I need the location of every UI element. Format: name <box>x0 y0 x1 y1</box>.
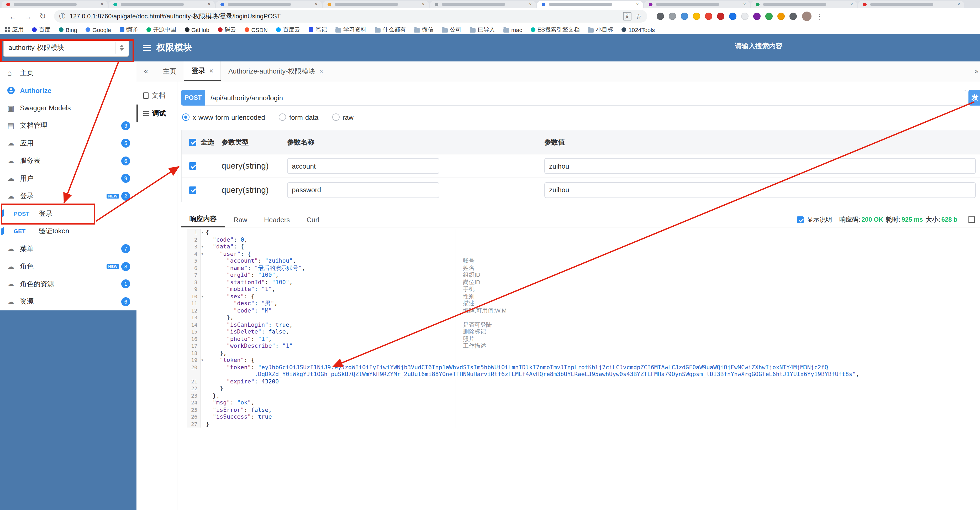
bookmark-item[interactable]: 1024Tools <box>622 27 655 33</box>
bookmark-item[interactable]: 百度云 <box>276 26 300 33</box>
sidebar-item-服务表[interactable]: ☁服务表6 <box>0 152 137 170</box>
bookmark-item[interactable]: 学习资料 <box>336 26 366 33</box>
url-text[interactable]: 127.0.0.1:8760/api/gate/doc.html#/author… <box>70 12 623 21</box>
body-type-option[interactable]: x-www-form-urlencoded <box>182 113 265 121</box>
view-tab-debug[interactable]: 调试 <box>137 105 177 123</box>
hamburger-icon[interactable] <box>143 45 151 46</box>
browser-tab[interactable]: × <box>537 1 643 8</box>
api-item-post[interactable]: POST登录 <box>0 205 137 222</box>
sidebar-item-应用[interactable]: ☁应用5 <box>0 134 137 152</box>
sidebar-item-资源[interactable]: ☁资源6 <box>0 293 137 311</box>
extension-icon[interactable] <box>765 13 772 20</box>
response-tab[interactable]: Raw <box>225 212 256 228</box>
bookmark-item[interactable]: GitHub <box>185 27 210 33</box>
body-type-option[interactable]: raw <box>332 113 353 121</box>
fold-icon[interactable]: ▾ <box>201 230 204 236</box>
tab-close-icon[interactable]: × <box>315 2 318 7</box>
bookmark-item[interactable]: 什么都有 <box>375 26 406 33</box>
bookmark-item[interactable]: 应用 <box>5 26 24 33</box>
extension-icon[interactable] <box>705 13 712 20</box>
row-checkbox[interactable] <box>189 186 196 194</box>
view-tab-doc[interactable]: 文档 <box>137 87 177 105</box>
bookmark-item[interactable]: 小目标 <box>588 26 613 33</box>
browser-menu-icon[interactable]: ⋮ <box>816 12 823 21</box>
bookmark-item[interactable]: CSDN <box>245 27 268 33</box>
bookmark-item[interactable]: 公司 <box>442 26 461 33</box>
extension-icon[interactable] <box>741 13 748 20</box>
browser-tab[interactable]: × <box>644 1 750 8</box>
collapse-tabs-icon[interactable]: « <box>137 61 155 81</box>
bookmark-item[interactable]: 开源中国 <box>146 26 176 33</box>
tab-close-icon[interactable]: × <box>210 67 213 74</box>
tab-close-icon[interactable]: × <box>743 2 746 7</box>
bookmark-item[interactable]: Google <box>86 27 111 33</box>
response-tab[interactable]: Headers <box>256 212 298 228</box>
browser-tab[interactable]: × <box>858 1 964 8</box>
sidebar-item-登录[interactable]: ☁登录NEW2 <box>0 187 137 205</box>
page-info-icon[interactable]: ⓘ <box>59 12 65 21</box>
response-tab[interactable]: 响应内容 <box>181 212 225 228</box>
extension-icon[interactable] <box>656 13 664 20</box>
sidebar-item-角色的资源[interactable]: ☁角色的资源1 <box>0 275 137 293</box>
browser-tab[interactable]: × <box>323 1 429 8</box>
body-type-option[interactable]: form-data <box>279 113 318 121</box>
radio-button[interactable] <box>279 113 286 121</box>
extension-icon[interactable] <box>729 13 736 20</box>
bookmark-item[interactable]: 百度 <box>32 26 50 33</box>
tab-close-icon[interactable]: × <box>422 2 425 7</box>
browser-tab[interactable]: × <box>109 1 215 8</box>
radio-button[interactable] <box>332 113 339 121</box>
browser-tab[interactable]: × <box>216 1 322 8</box>
show-description-toggle[interactable]: 显示说明 <box>797 215 832 224</box>
bookmark-item[interactable]: ES搜索引擎文档 <box>530 26 579 33</box>
show-description-checkbox[interactable] <box>797 216 804 223</box>
param-name-input[interactable] <box>287 158 439 174</box>
extension-icon[interactable] <box>668 13 676 20</box>
tab-close-icon[interactable]: × <box>529 2 532 7</box>
extension-icon[interactable] <box>717 13 724 20</box>
select-all-checkbox[interactable] <box>189 139 196 146</box>
browser-tab[interactable]: × <box>2 1 108 8</box>
sidebar-item-主页[interactable]: ⌂主页 <box>0 64 137 82</box>
translate-icon[interactable]: 文 <box>623 12 632 21</box>
fold-icon[interactable]: ▾ <box>201 293 204 300</box>
content-tab[interactable]: Authorize-authority-权限模块× <box>221 61 331 81</box>
expand-icon[interactable] <box>969 217 975 223</box>
profile-avatar[interactable] <box>802 11 811 21</box>
sidebar-item-Authorize[interactable]: Authorize <box>0 82 137 99</box>
response-tab[interactable]: Curl <box>298 212 328 228</box>
reload-icon[interactable]: ↻ <box>39 11 46 21</box>
extension-icon[interactable] <box>789 13 797 20</box>
bookmark-item[interactable]: 笔记 <box>309 26 327 33</box>
bookmark-item[interactable]: Bing <box>59 27 77 33</box>
address-bar[interactable]: ⓘ 127.0.0.1:8760/api/gate/doc.html#/auth… <box>54 10 647 22</box>
param-value-input[interactable] <box>544 158 976 174</box>
sidebar-item-角色[interactable]: ☁角色NEW8 <box>0 258 137 275</box>
browser-tab[interactable]: × <box>751 1 857 8</box>
bookmark-item[interactable]: 翻译 <box>119 26 138 33</box>
extension-icon[interactable] <box>777 13 784 20</box>
fold-icon[interactable]: ▾ <box>201 357 204 363</box>
param-value-input[interactable] <box>544 182 976 198</box>
group-select[interactable]: authority-权限模块 <box>3 39 129 57</box>
row-checkbox[interactable] <box>189 162 196 170</box>
bookmark-star-icon[interactable]: ☆ <box>636 12 642 20</box>
extension-icon[interactable] <box>753 13 760 20</box>
bookmark-item[interactable]: 码云 <box>218 26 236 33</box>
tab-close-icon[interactable]: × <box>957 2 960 7</box>
tab-close-icon[interactable]: × <box>636 2 639 7</box>
bookmark-item[interactable]: 微信 <box>414 26 434 33</box>
extension-icon[interactable] <box>693 13 700 20</box>
extension-icon[interactable] <box>681 13 688 20</box>
back-icon[interactable]: ← <box>9 12 17 21</box>
forward-icon[interactable]: → <box>24 12 32 21</box>
send-button[interactable]: 发 <box>969 90 980 105</box>
request-url-input[interactable] <box>205 90 966 105</box>
api-item-get[interactable]: GET验证token <box>0 222 137 240</box>
browser-tab[interactable]: × <box>430 1 536 8</box>
bookmark-item[interactable]: mac <box>503 27 522 33</box>
radio-button[interactable] <box>182 113 189 121</box>
fold-icon[interactable]: ▾ <box>201 251 204 257</box>
content-tab[interactable]: 登录× <box>184 61 221 81</box>
content-tab[interactable]: 主页 <box>155 61 184 81</box>
